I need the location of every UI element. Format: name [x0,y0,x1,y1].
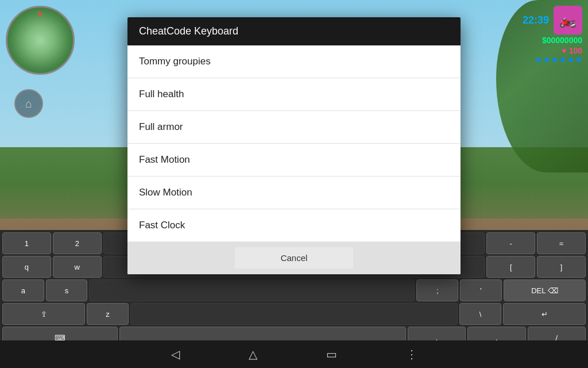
cancel-button[interactable]: Cancel [235,247,354,269]
dialog-list: Tommy groupies Full health Full armor Fa… [127,45,461,241]
dialog-actions: Cancel [127,241,461,274]
cheat-item-tommy-groupies[interactable]: Tommy groupies [127,45,461,78]
dialog-title: CheatCode Keyboard [127,17,461,45]
dialog-backdrop: CheatCode Keyboard Tommy groupies Full h… [0,0,588,368]
cheat-item-full-armor[interactable]: Full armor [127,111,461,144]
cheat-item-full-health[interactable]: Full health [127,78,461,111]
cheat-item-fast-clock[interactable]: Fast Clock [127,209,461,241]
cheat-item-fast-motion[interactable]: Fast Motion [127,144,461,177]
cheatcode-dialog: CheatCode Keyboard Tommy groupies Full h… [127,17,461,274]
cheat-item-slow-motion[interactable]: Slow Motion [127,177,461,209]
